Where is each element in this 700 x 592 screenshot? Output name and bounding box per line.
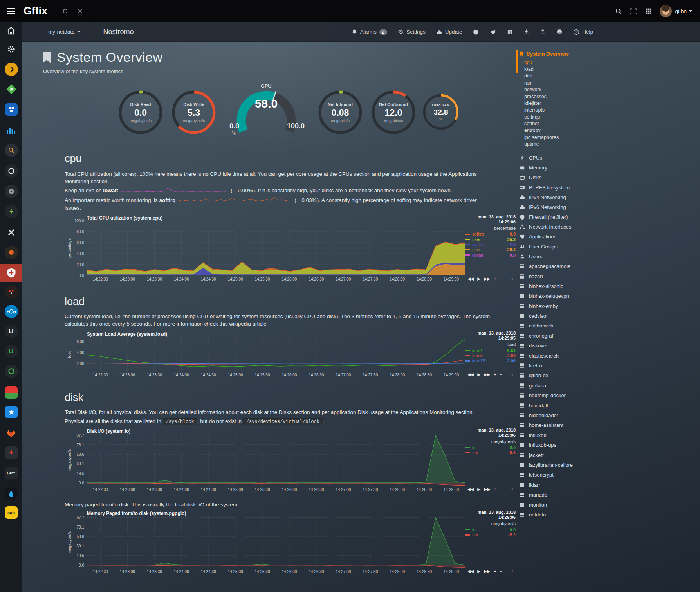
toc-section-ipv6-networking[interactable]: IPv6 Networking bbox=[519, 202, 691, 212]
search-button[interactable] bbox=[611, 4, 626, 19]
toc-app-home-assistant[interactable]: home-assistant bbox=[519, 420, 691, 430]
toc-app-gitlab-ce[interactable]: gitlab-ce bbox=[519, 371, 691, 380]
import-button[interactable] bbox=[540, 29, 546, 35]
legend-in[interactable]: in0.0 bbox=[465, 445, 516, 450]
toc-section-disks[interactable]: Disks bbox=[519, 173, 691, 182]
rail-app-octo-app[interactable] bbox=[0, 243, 22, 261]
pan-forward-button[interactable]: ▶▶ bbox=[484, 276, 490, 281]
toc-section-firewall-netfilter-[interactable]: Firewall (netfilter) bbox=[519, 212, 691, 222]
rail-app-search-app[interactable] bbox=[0, 141, 22, 159]
resize-handle[interactable]: ↕ bbox=[511, 569, 513, 574]
rail-app-plex[interactable] bbox=[0, 60, 22, 78]
toc-app-apacheguacamole[interactable]: apacheguacamole bbox=[519, 261, 691, 271]
rail-app-star-app[interactable] bbox=[0, 403, 22, 421]
toc-app-influxdb-ups[interactable]: influxdb-ups bbox=[519, 440, 691, 450]
toc-app-elasticsearch[interactable]: elasticsearch bbox=[519, 351, 691, 360]
toc-app-binhex-airsonic[interactable]: binhex-airsonic bbox=[519, 281, 691, 291]
toc-section-network-interfaces[interactable]: Network Interfaces bbox=[519, 222, 691, 232]
server-dropdown[interactable]: my-netdata bbox=[48, 29, 81, 35]
play-button[interactable]: ▶ bbox=[477, 372, 480, 377]
toc-app-netdata[interactable]: netdata bbox=[519, 510, 691, 520]
legend-in[interactable]: in0.0 bbox=[465, 527, 516, 532]
toc-item-ipc-semaphores[interactable]: ipc semaphores bbox=[519, 134, 691, 140]
toc-app-influxdb[interactable]: influxdb bbox=[519, 430, 691, 440]
rail-app-home[interactable] bbox=[0, 22, 22, 40]
toc-item-disk[interactable]: disk bbox=[519, 73, 691, 79]
chart-canvas[interactable] bbox=[87, 434, 465, 486]
export-button[interactable] bbox=[523, 29, 529, 35]
toc-app-letsencrypt[interactable]: letsencrypt bbox=[519, 470, 691, 480]
rail-app-dots-app[interactable] bbox=[0, 283, 22, 301]
play-button[interactable]: ▶ bbox=[477, 487, 480, 491]
gauge-net-outbound[interactable]: Net Outbound12.0megabits/s bbox=[370, 89, 417, 135]
play-button[interactable]: ▶ bbox=[477, 569, 480, 574]
rail-app-airsonic[interactable] bbox=[0, 121, 22, 139]
zoom-out-button[interactable]: − bbox=[500, 276, 502, 281]
toc-app-hddtemp-docker[interactable]: hddtemp-docker bbox=[519, 390, 691, 400]
rail-app-sabnzbd[interactable]: sab bbox=[0, 504, 22, 522]
rail-app-duotone-app[interactable] bbox=[0, 383, 22, 401]
rail-app-x-app[interactable] bbox=[0, 223, 22, 241]
gauge-used-ram[interactable]: Used RAM32.8% bbox=[422, 93, 460, 131]
print-button[interactable] bbox=[556, 29, 563, 35]
toc-section-applications[interactable]: Applications bbox=[519, 232, 691, 241]
legend-load5[interactable]: load52.68 bbox=[465, 353, 516, 358]
legend-iowait[interactable]: iowait0.0 bbox=[465, 252, 516, 257]
toc-app-lazylibrarian-calibre[interactable]: lazylibrarian-calibre bbox=[519, 460, 691, 470]
resize-handle[interactable]: ↕ bbox=[511, 372, 513, 377]
twitter-link[interactable] bbox=[490, 29, 496, 35]
toc-app-monitorr[interactable]: monitorr bbox=[519, 500, 691, 509]
legend-system[interactable]: system2.3 bbox=[465, 242, 516, 247]
rail-app-nextcloud[interactable] bbox=[0, 302, 22, 320]
chart-canvas[interactable] bbox=[87, 516, 465, 568]
chart-canvas[interactable] bbox=[87, 337, 465, 371]
toc-item-ram[interactable]: ram bbox=[519, 79, 691, 86]
zoom-out-button[interactable]: − bbox=[500, 569, 502, 574]
pan-forward-button[interactable]: ▶▶ bbox=[484, 487, 490, 491]
toc-app-binhex-delugevpn[interactable]: binhex-delugevpn bbox=[519, 291, 691, 301]
resize-handle[interactable]: ↕ bbox=[511, 486, 513, 492]
toc-app-chronograf[interactable]: chronograf bbox=[519, 331, 691, 341]
gauge-net-inbound[interactable]: Net Inbound0.08megabits/s bbox=[317, 89, 363, 135]
rail-app-ring-app[interactable] bbox=[0, 162, 22, 180]
refresh-button[interactable] bbox=[58, 4, 73, 19]
rail-app-gitlab[interactable] bbox=[0, 424, 22, 442]
zoom-in-button[interactable]: + bbox=[494, 372, 496, 377]
pan-backward-button[interactable]: ◀◀ bbox=[467, 276, 474, 281]
github-link[interactable] bbox=[473, 29, 479, 35]
rail-app-u-app[interactable]: U bbox=[0, 322, 22, 340]
toc-item-cpu[interactable]: cpu bbox=[519, 59, 691, 66]
toc-app-hiddenloader[interactable]: hiddenloader bbox=[519, 410, 691, 420]
toc-section-memory[interactable]: Memory bbox=[519, 163, 691, 173]
zoom-in-button[interactable]: + bbox=[494, 569, 496, 574]
zoom-in-button[interactable]: + bbox=[494, 487, 496, 491]
legend-softirq[interactable]: softirq0.0 bbox=[465, 232, 516, 237]
pan-backward-button[interactable]: ◀◀ bbox=[467, 487, 474, 491]
rail-app-ring-green-app[interactable] bbox=[0, 362, 22, 380]
toc-app-jackett[interactable]: jackett bbox=[519, 450, 691, 460]
rail-app-settings[interactable] bbox=[0, 40, 22, 58]
toc-app-mariadb[interactable]: mariadb bbox=[519, 490, 691, 500]
zoom-in-button[interactable]: + bbox=[494, 276, 496, 281]
pan-forward-button[interactable]: ▶▶ bbox=[484, 372, 490, 377]
legend-out[interactable]: out-5.2 bbox=[465, 533, 516, 538]
legend-load15[interactable]: load152.06 bbox=[465, 358, 516, 363]
update-button[interactable]: Update bbox=[436, 29, 462, 35]
apps-grid-button[interactable] bbox=[641, 4, 656, 19]
rail-app-disc-app[interactable] bbox=[0, 182, 22, 200]
toc-app-heimdall[interactable]: heimdall bbox=[519, 400, 691, 410]
resize-handle[interactable]: ↕ bbox=[511, 276, 513, 281]
toc-item-processes[interactable]: processes bbox=[519, 93, 691, 100]
alarms-button[interactable]: Alarms 2 bbox=[352, 29, 387, 35]
toc-item-network[interactable]: network bbox=[519, 86, 691, 93]
play-button[interactable]: ▶ bbox=[477, 276, 480, 281]
gauge-disk-write[interactable]: Disk Write5.3megabytes/s bbox=[171, 89, 217, 135]
pan-backward-button[interactable]: ◀◀ bbox=[467, 372, 474, 377]
toc-item-softirqs[interactable]: softirqs bbox=[519, 113, 691, 120]
toc-item-load[interactable]: load bbox=[519, 66, 691, 72]
rail-app-download-app[interactable] bbox=[0, 444, 22, 462]
toc-section-btrfs-filesystem[interactable]: BTRFS filesystem bbox=[519, 182, 691, 192]
rail-app-lazylibrarian[interactable]: LAZY bbox=[0, 464, 22, 482]
toc-app-calibreweb[interactable]: calibreweb bbox=[519, 321, 691, 331]
toc-item-uptime[interactable]: uptime bbox=[519, 141, 691, 148]
